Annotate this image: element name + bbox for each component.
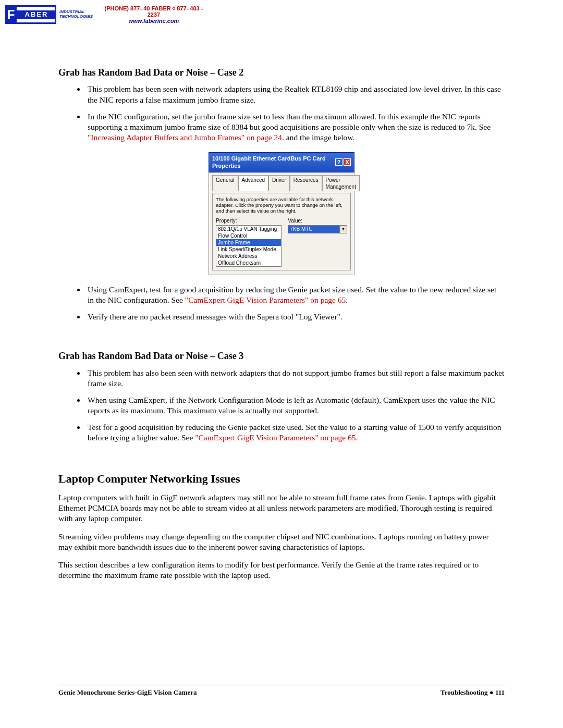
property-listbox[interactable]: 802.1Q/1p VLAN Tagging Flow Control Jumb… xyxy=(216,225,282,267)
list-item[interactable]: Link Speed/Duplex Mode xyxy=(216,246,281,253)
text: . xyxy=(346,295,348,304)
property-column: Property: 802.1Q/1p VLAN Tagging Flow Co… xyxy=(216,217,282,267)
dialog-body: General Advanced Driver Resources Power … xyxy=(209,172,354,275)
page-header: F ABER INDUSTRIAL TECHNOLOGIES (PHONE) 8… xyxy=(5,5,558,31)
list-item: Test for a good acquisition by reducing … xyxy=(85,422,505,443)
cross-ref-link[interactable]: "Increasing Adapter Buffers and Jumbo Fr… xyxy=(88,133,282,142)
logo-letter-f: F xyxy=(5,5,17,24)
paragraph: Streaming video problems may change depe… xyxy=(58,532,505,552)
list-item: When using CamExpert, if the Network Con… xyxy=(85,395,505,416)
bullet-list-case2-a: This problem has been seen with network … xyxy=(58,84,505,143)
list-item[interactable]: Network Address xyxy=(216,253,281,260)
properties-dialog: 10/100 Gigabit Ethernet CardBus PC Card … xyxy=(209,152,354,275)
heading-case-2: Grab has Random Bad Data or Noise – Case… xyxy=(58,67,505,79)
paragraph: Laptop computers with built in GigE netw… xyxy=(58,492,505,524)
dialog-tabstrip: General Advanced Driver Resources Power … xyxy=(212,175,351,191)
tab-resources[interactable]: Resources xyxy=(290,175,322,191)
dialog-title-text: 10/100 Gigabit Ethernet CardBus PC Card … xyxy=(212,155,334,170)
list-item[interactable]: 802.1Q/1p VLAN Tagging xyxy=(216,226,281,232)
page-footer: Genie Monochrome Series-GigE Vision Came… xyxy=(58,685,505,697)
page-content: Grab has Random Bad Data or Noise – Case… xyxy=(58,67,505,588)
text: . xyxy=(356,433,358,442)
list-item: Verify there are no packet resend messag… xyxy=(85,312,505,322)
list-item: This problem has been seen with network … xyxy=(85,84,505,105)
heading-case-3: Grab has Random Bad Data or Noise – Case… xyxy=(58,350,505,362)
list-item: In the NIC configuration, set the jumbo … xyxy=(85,112,505,143)
value-column: Value: 7KB MTU ▼ xyxy=(288,217,347,267)
value-label: Value: xyxy=(288,217,347,224)
contact-block: (PHONE) 877- 40 FABER ◊ 877- 403 - 2237 … xyxy=(102,5,206,24)
cross-ref-link[interactable]: "CamExpert GigE Vision Parameters" on pa… xyxy=(195,433,356,442)
footer-doc-title: Genie Monochrome Series-GigE Vision Came… xyxy=(58,688,197,697)
heading-laptop-issues: Laptop Computer Networking Issues xyxy=(58,472,505,487)
help-icon[interactable]: ? xyxy=(335,158,342,166)
list-item: Using CamExpert, test for a good acquisi… xyxy=(85,285,505,305)
logo-text-aber: ABER xyxy=(17,10,56,19)
logo-block: F ABER INDUSTRIAL TECHNOLOGIES xyxy=(5,5,558,24)
dialog-panel: The following properties are available f… xyxy=(212,193,351,270)
dropdown-value: 7KB MTU xyxy=(288,226,339,233)
tab-driver[interactable]: Driver xyxy=(268,175,290,191)
bullet-list-case2-b: Using CamExpert, test for a good acquisi… xyxy=(58,285,505,322)
bullet-list-case3: This problem has also been seen with net… xyxy=(58,368,505,443)
faber-logo: F ABER xyxy=(5,5,56,24)
text: In the NIC configuration, set the jumbo … xyxy=(88,112,491,131)
paragraph: This section describes a few configurati… xyxy=(58,560,505,581)
tab-general[interactable]: General xyxy=(212,175,238,191)
list-item: This problem has also been seen with net… xyxy=(85,368,505,389)
dialog-description: The following properties are available f… xyxy=(216,196,347,214)
chevron-down-icon[interactable]: ▼ xyxy=(339,226,347,233)
tagline-technologies: TECHNOLOGIES xyxy=(59,15,93,19)
close-icon[interactable]: X xyxy=(344,158,351,166)
list-item[interactable]: Flow Control xyxy=(216,232,281,239)
list-item[interactable]: Offload Checksum xyxy=(216,260,281,266)
property-label: Property: xyxy=(216,217,282,224)
tab-advanced[interactable]: Advanced xyxy=(238,175,268,191)
list-item[interactable]: Offload TCP_LargeSend xyxy=(216,266,281,267)
dialog-titlebar: 10/100 Gigabit Ethernet CardBus PC Card … xyxy=(209,152,354,172)
contact-phone: (PHONE) 877- 40 FABER ◊ 877- 403 - 2237 xyxy=(102,5,206,18)
tab-power-management[interactable]: Power Management xyxy=(322,175,360,191)
cross-ref-link[interactable]: "CamExpert GigE Vision Parameters" on pa… xyxy=(185,295,346,304)
footer-page-ref: Troubleshooting ● 111 xyxy=(440,688,505,697)
text: . and the image below. xyxy=(282,133,354,142)
brand-tagline: INDUSTRIAL TECHNOLOGIES xyxy=(59,10,93,19)
value-dropdown[interactable]: 7KB MTU ▼ xyxy=(288,225,347,233)
list-item-selected[interactable]: Jumbo Frame xyxy=(216,239,281,246)
contact-url: www.faberinc.com xyxy=(102,18,206,24)
